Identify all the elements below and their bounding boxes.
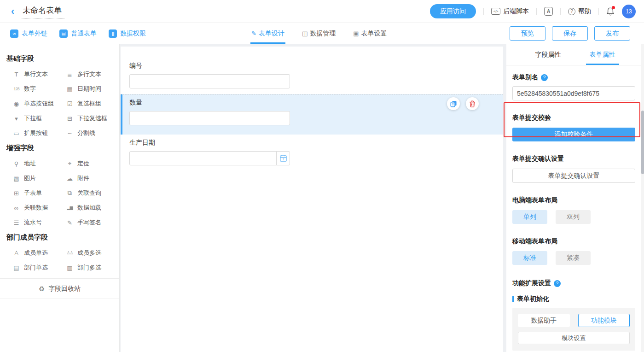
mobile-layout-compact-button[interactable]: 紧凑 [556, 251, 591, 265]
field-item-label: 下拉复选框 [77, 114, 107, 123]
location-icon: ⌖ [65, 160, 74, 167]
publish-button[interactable]: 发布 [594, 26, 630, 41]
field-item-number[interactable]: 123数字 [12, 84, 65, 94]
field-item-divider-line[interactable]: ┄分割线 [65, 129, 119, 138]
tab-data-manage-label: 数据管理 [310, 29, 336, 38]
delete-field-button[interactable] [466, 97, 479, 110]
pc-layout-double-column-button[interactable]: 双列 [556, 210, 591, 224]
field-label: 编号 [129, 62, 494, 70]
tab-form-properties[interactable]: 表单属性 [586, 44, 619, 65]
field-item-extend-button[interactable]: ▭扩展按钮 [12, 129, 65, 138]
mobile-layout-standard-button[interactable]: 标准 [512, 251, 547, 265]
form-init-box: 数据助手 功能模块 模块设置 [512, 308, 635, 351]
extend-button-icon: ▭ [12, 130, 21, 137]
panel-scrollbar-thumb[interactable] [641, 111, 644, 174]
field-item-label: 日期时间 [77, 85, 101, 93]
field-recycle-bin-button[interactable]: ♻ 字段回收站 [0, 278, 119, 299]
field-input[interactable] [129, 111, 290, 125]
field-item-label: 单选按钮组 [24, 100, 54, 108]
member-single-icon: ♙ [12, 250, 21, 257]
translate-icon[interactable]: A [544, 7, 553, 16]
field-item-serial-number[interactable]: ☰流水号 [12, 218, 65, 227]
date-time-icon: ▦ [65, 86, 74, 93]
field-item-dropdown-multi[interactable]: ⊟下拉复选框 [65, 114, 119, 123]
tab-data-manage[interactable]: ◫ 数据管理 [302, 23, 336, 44]
single-line-text-icon: T [12, 71, 21, 78]
field-item-label: 定位 [77, 159, 89, 168]
field-item-data-load[interactable]: ▂▆数据加载 [65, 203, 119, 212]
code-icon: </> [491, 8, 500, 15]
divider-line-icon: ┄ [65, 130, 74, 137]
form-alias-input[interactable] [512, 86, 635, 100]
field-item-checkbox-group[interactable]: ☑复选框组 [65, 99, 119, 108]
tab-field-properties[interactable]: 字段属性 [532, 44, 565, 65]
data-assistant-button[interactable]: 数据助手 [518, 314, 570, 327]
notification-button[interactable] [606, 7, 615, 16]
canvas-field-number-id[interactable]: 编号 [121, 47, 503, 94]
date-input[interactable] [129, 151, 277, 165]
field-item-label: 关联数据 [24, 204, 48, 212]
subform-icon: ⊞ [12, 190, 21, 197]
save-button[interactable]: 保存 [552, 26, 588, 41]
field-item-address[interactable]: ⚲地址 [12, 159, 65, 168]
dropdown-multi-icon: ⊟ [65, 115, 74, 122]
preview-button[interactable]: 预览 [510, 26, 545, 41]
canvas-field-quantity-selected[interactable]: 数量 [121, 94, 503, 135]
field-item-attachment[interactable]: ☁附件 [65, 174, 119, 183]
panel-tabs: 字段属性 表单属性 [506, 44, 644, 65]
app-access-button[interactable]: 应用访问 [430, 4, 476, 18]
field-item-label: 扩展按钮 [24, 129, 48, 137]
field-item-radio-group[interactable]: ◉单选按钮组 [12, 99, 65, 108]
section-enhanced-fields: 增强字段 [6, 144, 113, 153]
header-divider [536, 8, 537, 15]
field-item-member-multi[interactable]: ♙♙成员多选 [65, 248, 119, 258]
section-basic-fields: 基础字段 [6, 54, 113, 63]
pc-layout-single-column-button[interactable]: 单列 [512, 210, 547, 224]
form-alias-label: 表单别名 [512, 73, 538, 82]
field-item-linked-data[interactable]: ∞关联数据 [12, 203, 65, 212]
field-item-label: 附件 [77, 174, 89, 182]
date-picker-button[interactable]: 7 [276, 151, 290, 165]
back-icon[interactable]: ‹ [11, 6, 14, 17]
field-item-location[interactable]: ⌖定位 [65, 159, 119, 168]
data-permission-label: 数据权限 [120, 29, 146, 38]
submit-confirm-settings-button[interactable]: 表单提交确认设置 [512, 169, 635, 183]
field-item-subform[interactable]: ⊞子表单 [12, 188, 65, 198]
function-module-button[interactable]: 功能模块 [578, 314, 630, 327]
field-item-date-time[interactable]: ▦日期时间 [65, 84, 119, 94]
canvas-field-production-date[interactable]: 生产日期 7 [121, 135, 503, 175]
field-item-single-line-text[interactable]: T单行文本 [12, 70, 65, 79]
field-item-multi-line-text[interactable]: ≣多行文本 [65, 70, 119, 79]
normal-form-label: 普通表单 [71, 29, 97, 38]
tab-form-settings[interactable]: ▣ 表单设置 [353, 23, 387, 44]
module-settings-button[interactable]: 模块设置 [518, 332, 630, 344]
field-library-sidebar: 基础字段 T单行文本 ≣多行文本 123数字 ▦日期时间 ◉单选按钮组 ☑复选框… [0, 44, 120, 352]
avatar[interactable]: 13 [622, 5, 636, 18]
field-item-linked-query[interactable]: ⧉关联查询 [65, 188, 119, 198]
tab-form-design[interactable]: ✎ 表单设计 [251, 23, 284, 44]
extension-help-icon[interactable]: ? [554, 280, 561, 287]
field-item-dept-multi[interactable]: ▥部门多选 [65, 263, 119, 272]
alias-help-icon[interactable]: ? [541, 74, 548, 81]
dept-single-icon: ▤ [12, 264, 21, 271]
field-item-dept-single[interactable]: ▤部门单选 [12, 263, 65, 272]
form-external-link-button[interactable]: ∞ 表单外链 [10, 29, 47, 38]
field-item-dropdown[interactable]: ▾下拉框 [12, 114, 65, 123]
field-item-label: 分割线 [77, 129, 95, 137]
normal-form-button[interactable]: ▤ 普通表单 [59, 29, 97, 38]
field-item-signature[interactable]: ✎手写签名 [65, 218, 119, 227]
field-item-member-single[interactable]: ♙成员单选 [12, 248, 65, 258]
backend-script-button[interactable]: </> 后端脚本 [491, 7, 529, 16]
add-check-condition-button[interactable]: 添加校验条件 [512, 128, 635, 141]
help-button[interactable]: ? 帮助 [568, 7, 591, 16]
tab-form-design-label: 表单设计 [259, 29, 284, 38]
form-title[interactable]: 未命名表单 [22, 4, 64, 19]
field-item-label: 子表单 [24, 189, 42, 197]
pc-layout-label: 电脑端表单布局 [512, 196, 557, 205]
field-item-label: 成员多选 [77, 249, 101, 257]
extension-settings-label: 功能扩展设置 [512, 279, 551, 287]
data-permission-button[interactable]: ||| 数据权限 [109, 29, 146, 38]
field-input[interactable] [129, 74, 290, 88]
copy-field-button[interactable] [447, 97, 460, 110]
field-item-image[interactable]: ▧图片 [12, 174, 65, 183]
